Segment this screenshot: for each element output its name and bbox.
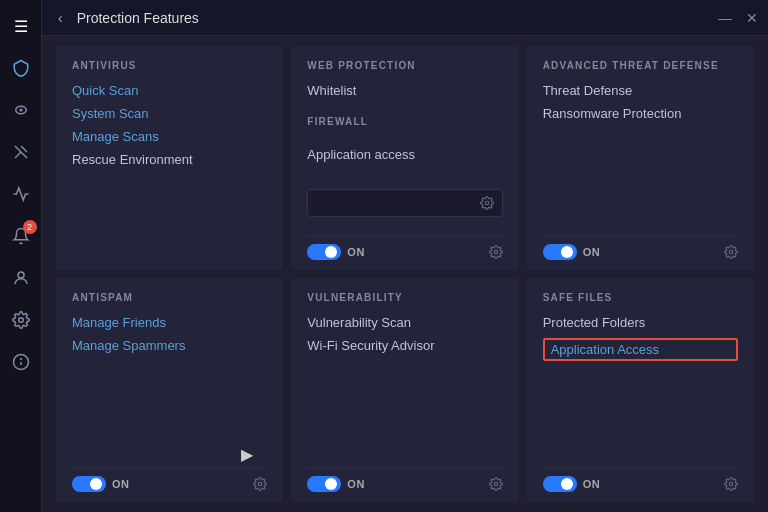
vulnerability-toggle-label: ON xyxy=(347,478,365,490)
safe-files-footer: ON xyxy=(543,467,738,492)
system-scan-link[interactable]: System Scan xyxy=(72,106,267,121)
safe-files-toggle-label: ON xyxy=(583,478,601,490)
safe-files-toggle-group: ON xyxy=(543,476,601,492)
manage-scans-link[interactable]: Manage Scans xyxy=(72,129,267,144)
web-protection-card: WEB PROTECTION Whitelist FIREWALLApplica… xyxy=(291,46,518,270)
svg-line-3 xyxy=(21,146,27,152)
rescue-environment-link[interactable]: Rescue Environment xyxy=(72,152,267,167)
application-access-link[interactable]: Application Access xyxy=(543,338,738,361)
threat-defense-link[interactable]: Threat Defense xyxy=(543,83,738,98)
safe-files-links: Protected Folders Application Access xyxy=(543,315,738,386)
firewall-header: FIREWALL xyxy=(307,116,502,127)
svg-point-13 xyxy=(259,482,263,486)
web-protection-input xyxy=(307,189,502,217)
advanced-threat-header: ADVANCED THREAT DEFENSE xyxy=(543,60,738,71)
antispam-footer: ON xyxy=(72,467,267,492)
main-panel: ‹ Protection Features — ✕ ANTIVIRUS Quic… xyxy=(42,0,768,512)
svg-point-10 xyxy=(485,201,489,205)
antispam-toggle-group: ON xyxy=(72,476,130,492)
gear-icon[interactable] xyxy=(3,302,39,338)
web-protection-links: Whitelist FIREWALLApplication access xyxy=(307,83,502,189)
antispam-links: Manage Friends Manage Spammers xyxy=(72,315,267,386)
cards-grid: ANTIVIRUS Quick Scan System Scan Manage … xyxy=(42,36,768,512)
web-protection-gear-icon[interactable] xyxy=(489,245,503,259)
web-protection-footer: ON xyxy=(307,235,502,260)
web-protection-toggle-group: ON xyxy=(307,244,365,260)
safe-files-header: SAFE FILES xyxy=(543,292,738,303)
web-protection-toggle-label: ON xyxy=(347,246,365,258)
vulnerability-header: VULNERABILITY xyxy=(307,292,502,303)
quick-scan-link[interactable]: Quick Scan xyxy=(72,83,267,98)
firewall-application-access-link[interactable]: Application access xyxy=(307,147,502,162)
advanced-threat-gear-icon[interactable] xyxy=(724,245,738,259)
titlebar: ‹ Protection Features — ✕ xyxy=(42,0,768,36)
svg-point-5 xyxy=(18,272,24,278)
antispam-header: ANTISPAM xyxy=(72,292,267,303)
bell-icon[interactable]: 2 xyxy=(3,218,39,254)
antivirus-links: Quick Scan System Scan Manage Scans Resc… xyxy=(72,83,267,260)
eye-icon[interactable] xyxy=(3,92,39,128)
vulnerability-card: VULNERABILITY Vulnerability Scan Wi-Fi S… xyxy=(291,278,518,502)
page-title: Protection Features xyxy=(77,10,710,26)
sidebar: ☰ 2 xyxy=(0,0,42,512)
manage-friends-link[interactable]: Manage Friends xyxy=(72,315,267,330)
user-icon[interactable] xyxy=(3,260,39,296)
safe-files-toggle[interactable] xyxy=(543,476,577,492)
svg-line-2 xyxy=(15,152,21,158)
info-icon[interactable] xyxy=(3,344,39,380)
svg-point-15 xyxy=(729,482,733,486)
safe-files-gear-icon[interactable] xyxy=(724,477,738,491)
svg-point-14 xyxy=(494,482,498,486)
web-protection-header: WEB PROTECTION xyxy=(307,60,502,71)
antispam-gear-icon[interactable] xyxy=(253,477,267,491)
advanced-threat-links: Threat Defense Ransomware Protection xyxy=(543,83,738,225)
ransomware-protection-link[interactable]: Ransomware Protection xyxy=(543,106,738,121)
settings-small-icon xyxy=(480,196,494,210)
svg-point-11 xyxy=(494,250,498,254)
svg-point-12 xyxy=(729,250,733,254)
manage-spammers-link[interactable]: Manage Spammers xyxy=(72,338,267,353)
advanced-threat-toggle-group: ON xyxy=(543,244,601,260)
svg-point-6 xyxy=(18,318,23,323)
vulnerability-links: Vulnerability Scan Wi-Fi Security Adviso… xyxy=(307,315,502,386)
vulnerability-scan-link[interactable]: Vulnerability Scan xyxy=(307,315,502,330)
back-button[interactable]: ‹ xyxy=(52,8,69,28)
cursor-indicator: ▶ xyxy=(241,445,253,464)
antispam-toggle-label: ON xyxy=(112,478,130,490)
close-button[interactable]: ✕ xyxy=(746,10,758,26)
whitelist-link[interactable]: Whitelist xyxy=(307,83,502,98)
protected-folders-link[interactable]: Protected Folders xyxy=(543,315,738,330)
activity-icon[interactable] xyxy=(3,176,39,212)
safe-files-card: SAFE FILES Protected Folders Application… xyxy=(527,278,754,502)
advanced-threat-footer: ON xyxy=(543,235,738,260)
antivirus-header: ANTIVIRUS xyxy=(72,60,267,71)
advanced-threat-toggle-label: ON xyxy=(583,246,601,258)
tools-icon[interactable] xyxy=(3,134,39,170)
svg-point-1 xyxy=(19,109,22,112)
vulnerability-toggle-group: ON xyxy=(307,476,365,492)
advanced-threat-toggle[interactable] xyxy=(543,244,577,260)
shield-icon[interactable] xyxy=(3,50,39,86)
vulnerability-gear-icon[interactable] xyxy=(489,477,503,491)
antispam-card: ANTISPAM Manage Friends Manage Spammers … xyxy=(56,278,283,502)
vulnerability-toggle[interactable] xyxy=(307,476,341,492)
vulnerability-footer: ON xyxy=(307,467,502,492)
window-controls: — ✕ xyxy=(718,10,758,26)
notification-badge: 2 xyxy=(23,220,37,234)
antispam-toggle[interactable] xyxy=(72,476,106,492)
web-protection-toggle[interactable] xyxy=(307,244,341,260)
wifi-security-link[interactable]: Wi-Fi Security Advisor xyxy=(307,338,502,353)
advanced-threat-card: ADVANCED THREAT DEFENSE Threat Defense R… xyxy=(527,46,754,270)
minimize-button[interactable]: — xyxy=(718,10,732,26)
antivirus-card: ANTIVIRUS Quick Scan System Scan Manage … xyxy=(56,46,283,270)
hamburger-icon[interactable]: ☰ xyxy=(3,8,39,44)
